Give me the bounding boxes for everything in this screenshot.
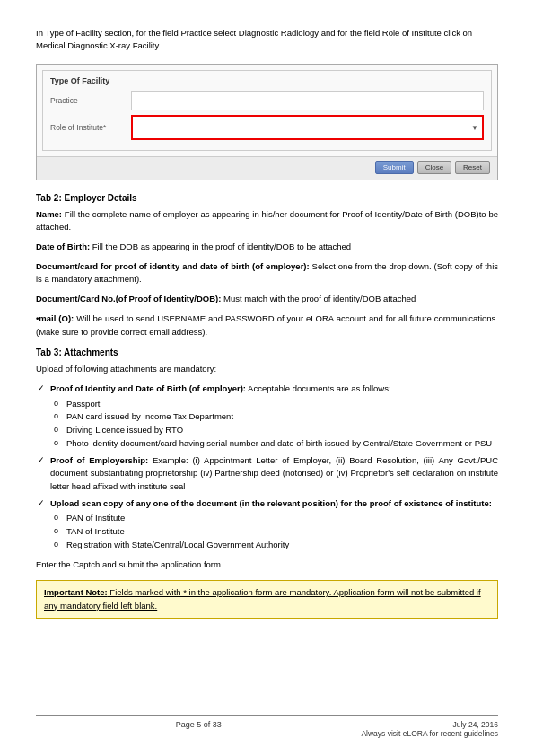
page-footer: Page 5 of 33 July 24, 2016 Always visit …: [36, 715, 498, 738]
attachment-item-1-text: Proof of Employership: Example: (i) Appo…: [50, 455, 498, 491]
footer-right: July 24, 2016 Always visit eLORA for rec…: [361, 720, 498, 738]
practice-label: Practice: [50, 96, 131, 105]
tab2-heading: Tab 2: Employer Details: [36, 193, 498, 203]
sub-list-2: PAN of Institute TAN of Institute Regist…: [66, 512, 498, 551]
form-buttons: Submit Close Reset: [37, 156, 497, 180]
form-box-inner: Type Of Facility Practice Role of Instit…: [42, 70, 492, 151]
tab2-para-4: •mail (O): Will be used to send USERNAME…: [36, 312, 498, 338]
tab2-para-1: Date of Birth: Fill the DOB as appearing…: [36, 241, 498, 254]
sub-item-pan: PAN card issued by Income Tax Department: [66, 410, 498, 424]
sub-item-driving: Driving Licence issued by RTO: [66, 424, 498, 437]
sub-item-reg: Registration with State/Central/Local Go…: [66, 539, 498, 552]
intro-paragraph: In Type of Facility section, for the fie…: [36, 27, 498, 53]
tab2-para-3: Document/Card No.(of Proof of Identity/D…: [36, 293, 498, 306]
important-note: Important Note: Fields marked with * in …: [36, 580, 498, 619]
page: In Type of Facility section, for the fie…: [0, 0, 534, 756]
captcha-text: Enter the Captch and submit the applicat…: [36, 558, 498, 572]
sub-item-tan-inst: TAN of Institute: [66, 525, 498, 539]
role-row: Role of Institute*: [50, 115, 484, 140]
role-label: Role of Institute*: [50, 123, 131, 132]
important-note-text: Important Note: Fields marked with * in …: [44, 587, 481, 610]
submit-button[interactable]: Submit: [375, 161, 414, 174]
attachment-item-0-text: Proof of Identity and Date of Birth (of …: [50, 383, 391, 393]
sub-item-passport: Passport: [66, 398, 498, 411]
attachments-list: Proof of Identity and Date of Birth (of …: [50, 382, 498, 552]
close-button[interactable]: Close: [417, 161, 451, 174]
attachment-item-2: Upload scan copy of any one of the docum…: [50, 497, 498, 552]
practice-row: Practice: [50, 91, 484, 110]
sub-item-photo-id: Photo identity document/card having seri…: [66, 437, 498, 451]
form-box-title: Type Of Facility: [50, 76, 484, 85]
tab2-para-2: Document/card for proof of identity and …: [36, 260, 498, 286]
footer-tagline: Always visit eLORA for recent guidelines: [361, 729, 498, 738]
footer-page-number: Page 5 of 33: [36, 720, 361, 729]
sub-item-pan-inst: PAN of Institute: [66, 512, 498, 525]
tab3-heading: Tab 3: Attachments: [36, 347, 498, 357]
attachment-item-2-text: Upload scan copy of any one of the docum…: [50, 498, 492, 508]
attachment-item-0: Proof of Identity and Date of Birth (of …: [50, 382, 498, 451]
role-dropdown[interactable]: [131, 115, 484, 140]
sub-list-0: Passport PAN card issued by Income Tax D…: [66, 398, 498, 451]
attachment-item-1: Proof of Employership: Example: (i) Appo…: [50, 454, 498, 494]
reset-button[interactable]: Reset: [455, 161, 490, 174]
tab3-intro: Upload of following attachments are mand…: [36, 363, 498, 376]
tab2-para-0: Name: Fill the complete name of employer…: [36, 208, 498, 234]
footer-date: July 24, 2016: [361, 720, 498, 729]
facility-form-box: Type Of Facility Practice Role of Instit…: [36, 64, 498, 180]
